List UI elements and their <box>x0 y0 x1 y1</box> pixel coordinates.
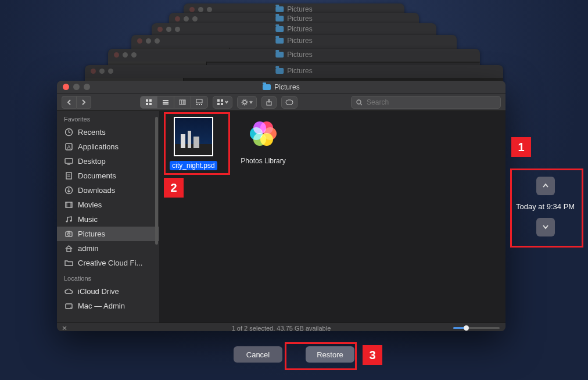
sidebar-item-label: Downloads <box>78 186 115 195</box>
toolbar <box>57 94 505 111</box>
sidebar-item-icloud-drive[interactable]: iCloud Drive <box>57 284 159 299</box>
svg-rect-2 <box>146 103 148 105</box>
icon-view-button[interactable] <box>141 96 157 108</box>
close-preview-icon[interactable]: ✕ <box>62 324 67 332</box>
svg-rect-40 <box>66 232 72 236</box>
svg-point-41 <box>67 233 70 235</box>
svg-rect-16 <box>217 103 220 105</box>
column-view-button[interactable] <box>174 96 191 108</box>
doc-icon <box>64 172 73 180</box>
nav-forward-button[interactable] <box>77 96 91 109</box>
svg-rect-13 <box>201 104 202 105</box>
restore-button[interactable]: Restore <box>306 346 354 363</box>
photo-icon <box>64 230 73 238</box>
file-item[interactable]: Photos Library <box>237 117 289 166</box>
svg-rect-12 <box>199 104 200 105</box>
svg-rect-11 <box>196 104 198 105</box>
svg-line-24 <box>361 103 363 105</box>
sidebar-item-admin[interactable]: admin <box>57 241 159 256</box>
svg-rect-8 <box>182 100 184 105</box>
sidebar-item-label: Recents <box>78 128 106 137</box>
svg-point-23 <box>357 100 361 104</box>
sidebar-item-label: Documents <box>78 171 116 180</box>
download-icon <box>64 187 73 195</box>
clock-icon <box>64 128 73 137</box>
svg-point-39 <box>70 220 71 221</box>
callout-2-number: 2 <box>164 178 184 198</box>
svg-rect-42 <box>67 231 70 232</box>
window-title: Pictures <box>263 83 299 91</box>
list-view-button[interactable] <box>157 96 174 108</box>
timemachine-next-button[interactable] <box>536 218 555 236</box>
desktop-icon <box>64 157 73 166</box>
group-by-button[interactable] <box>213 96 232 109</box>
search-input[interactable] <box>365 98 496 107</box>
maximize-button[interactable] <box>84 84 90 90</box>
chevron-left-icon <box>67 99 71 105</box>
svg-rect-44 <box>66 304 72 309</box>
file-thumbnail <box>174 117 213 156</box>
svg-rect-14 <box>217 99 220 102</box>
gallery-view-button[interactable] <box>191 96 207 108</box>
status-bar: ✕ 1 of 2 selected, 43.75 GB available <box>57 322 505 331</box>
svg-rect-43 <box>67 249 71 252</box>
file-item[interactable]: city_night.psd <box>167 117 220 170</box>
folder-icon <box>64 259 73 267</box>
sidebar-item-movies[interactable]: Movies <box>57 198 159 212</box>
svg-rect-15 <box>221 99 223 102</box>
sidebar-item-label: Music <box>78 215 98 224</box>
svg-rect-0 <box>146 99 148 102</box>
chevron-down-icon <box>249 101 253 104</box>
scrollbar[interactable] <box>155 117 158 245</box>
svg-rect-22 <box>286 100 293 105</box>
group-icon <box>217 99 224 106</box>
icon-size-slider[interactable] <box>453 325 500 330</box>
timemachine-nav: Today at 9:34 PM <box>516 177 575 236</box>
sidebar-item-desktop[interactable]: Desktop <box>57 154 159 169</box>
sidebar-item-documents[interactable]: Documents <box>57 169 159 183</box>
svg-text:A: A <box>67 144 70 150</box>
sidebar-item-creative-cloud-fi-[interactable]: Creative Cloud Fi... <box>57 256 159 270</box>
music-icon <box>64 216 73 224</box>
disk-icon <box>64 302 73 310</box>
dialog-buttons: Cancel Restore <box>234 346 354 363</box>
share-icon <box>266 99 273 106</box>
svg-rect-3 <box>149 103 152 105</box>
sidebar-item-pictures[interactable]: Pictures <box>57 227 159 241</box>
action-button[interactable] <box>237 96 257 109</box>
close-button[interactable] <box>63 84 69 90</box>
sidebar-item-label: Desktop <box>78 157 106 166</box>
svg-rect-9 <box>184 100 185 105</box>
timemachine-timestamp: Today at 9:34 PM <box>516 202 575 211</box>
traffic-lights <box>63 84 90 90</box>
timemachine-prev-button[interactable] <box>536 177 555 195</box>
search-field[interactable] <box>351 96 501 109</box>
gallery-icon <box>196 99 203 106</box>
sidebar-item-label: Mac — Admin <box>78 302 125 310</box>
cancel-button[interactable]: Cancel <box>234 346 282 363</box>
search-icon <box>356 99 362 106</box>
sidebar-section-header: Favorites <box>57 111 159 125</box>
sidebar-item-applications[interactable]: AApplications <box>57 139 159 154</box>
file-grid[interactable]: city_night.psdPhotos Library <box>159 111 505 322</box>
sidebar-item-mac-admin[interactable]: Mac — Admin <box>57 299 159 313</box>
home-icon <box>64 245 73 253</box>
sidebar-item-downloads[interactable]: Downloads <box>57 183 159 198</box>
view-mode-segment <box>140 96 208 109</box>
sidebar-item-label: Applications <box>78 142 119 151</box>
callout-3-number: 3 <box>363 345 382 365</box>
columns-icon <box>179 99 186 106</box>
sidebar-item-label: Movies <box>78 200 102 209</box>
chevron-up-icon <box>542 182 550 190</box>
svg-rect-1 <box>149 99 152 102</box>
callout-1-number: 1 <box>511 137 531 157</box>
sidebar-item-music[interactable]: Music <box>57 212 159 227</box>
window-title-text: Pictures <box>274 83 299 91</box>
tags-button[interactable] <box>281 96 297 109</box>
sidebar-item-recents[interactable]: Recents <box>57 125 159 139</box>
svg-rect-17 <box>221 103 223 105</box>
sidebar: FavoritesRecentsAApplicationsDesktopDocu… <box>57 111 159 322</box>
minimize-button[interactable] <box>73 84 80 90</box>
nav-back-button[interactable] <box>62 96 77 109</box>
share-button[interactable] <box>261 96 277 109</box>
